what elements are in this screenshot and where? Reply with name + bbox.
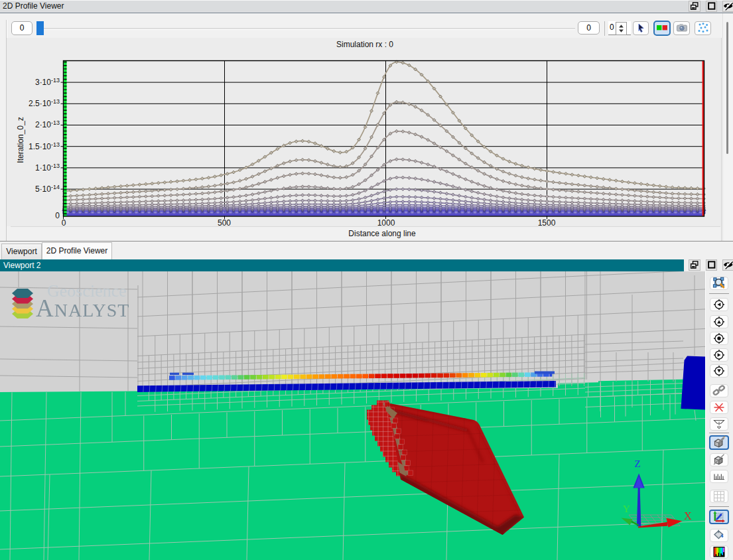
svg-text:Geoscience: Geoscience	[47, 281, 127, 301]
svg-text:Y: Y	[623, 504, 630, 514]
svg-text:X: X	[684, 510, 692, 522]
svg-text:Z: Z	[635, 458, 641, 469]
